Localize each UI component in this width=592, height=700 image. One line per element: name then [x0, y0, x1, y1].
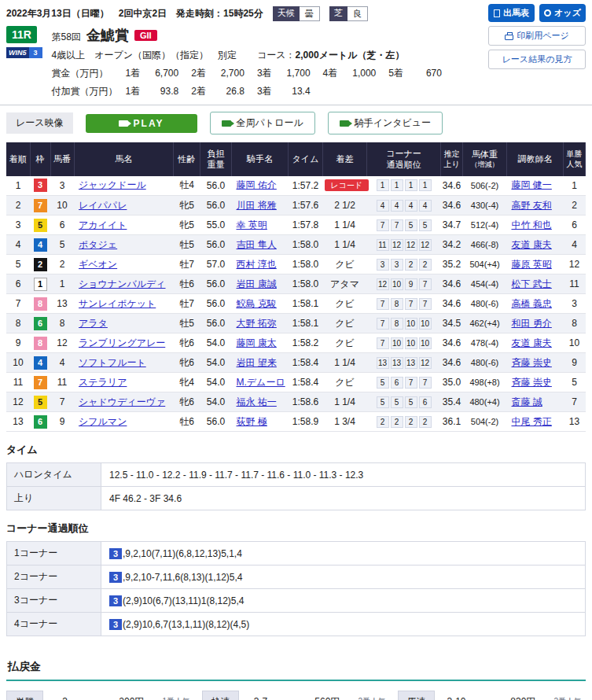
- win-favorite-rank: 8: [564, 314, 586, 333]
- last-3f-time: 34.6: [441, 176, 463, 196]
- trainer-link[interactable]: 友道 康夫: [512, 239, 552, 250]
- margin-cell: クビ: [323, 373, 367, 392]
- horse-name-link[interactable]: ポタジェ: [79, 239, 117, 250]
- horse-name-link[interactable]: ショウナンバルディ: [79, 278, 166, 289]
- jockey-cell: 藤岡 康太: [232, 333, 289, 353]
- frame-cell: 2: [30, 255, 50, 274]
- jockey-interview-button[interactable]: 騎手インタビュー: [328, 112, 443, 134]
- finish-position: 4: [6, 235, 30, 255]
- trainer-link[interactable]: 藤原 英昭: [512, 259, 552, 270]
- video-camera-icon: [340, 120, 349, 127]
- horse-name-link[interactable]: ステラリア: [79, 377, 127, 388]
- result-row: 7 8 13 サンレイポケット 牡7 56.0 鮫島 克駿 1:58.1 クビ …: [6, 294, 586, 314]
- corner-positions: 13131312: [367, 353, 441, 373]
- prize-money-list: 1着6,7002着2,7003着1,7004着1,0005着670: [126, 67, 454, 80]
- jockey-link[interactable]: 吉田 隼人: [237, 239, 277, 250]
- trainer-link[interactable]: 和田 勇介: [512, 318, 552, 329]
- horse-number: 1: [50, 274, 74, 294]
- corner-2-position: 8: [391, 298, 403, 310]
- trainer-link[interactable]: 藤岡 健一: [512, 179, 552, 190]
- entries-button[interactable]: 出馬表: [488, 4, 535, 22]
- horse-name-link[interactable]: シャドウディーヴァ: [79, 396, 165, 407]
- col-trainer: 調教師名: [507, 142, 564, 176]
- horse-name-link[interactable]: ランブリングアレー: [79, 337, 165, 348]
- bonus-amount: 26.8: [211, 86, 245, 97]
- jockey-link[interactable]: 川田 将雅: [237, 200, 277, 211]
- corner-row-label: 4コーナー: [7, 613, 101, 636]
- jockey-link[interactable]: 藤岡 康太: [237, 337, 277, 348]
- last-3f-time: 35.4: [441, 392, 463, 412]
- horse-name-cell: アカイイト: [74, 216, 174, 235]
- result-row: 13 6 9 シフルマン 牡6 56.0 荻野 極 1:58.9 1 3/4 2…: [6, 412, 586, 432]
- trainer-cell: 中竹 和也: [507, 216, 564, 235]
- jockey-link[interactable]: 福永 祐一: [237, 396, 277, 407]
- odds-button[interactable]: オッズ: [539, 4, 586, 22]
- sex-age: 牡5: [174, 314, 200, 333]
- corner-2-position: 12: [391, 239, 403, 251]
- win-favorite-rank: 11: [564, 274, 586, 294]
- bracket-popularity: 2番人気: [344, 691, 390, 700]
- print-button[interactable]: 印刷用ページ: [488, 26, 586, 46]
- frame-cell: 6: [30, 314, 50, 333]
- body-weight: 506(-2): [463, 176, 507, 196]
- finish-position: 13: [6, 412, 30, 432]
- leader-horse-number: 3: [109, 619, 122, 630]
- jockey-link[interactable]: 岩田 康誠: [237, 278, 277, 289]
- corner-order-row: 2コーナー 3,9,2,10-7,11,6(8,13)(1,12)5,4: [7, 566, 586, 589]
- corner-order-row: 1コーナー 3,9,2,10(7,11)(6,8,12,13)5,1,4: [7, 542, 586, 566]
- horse-name-link[interactable]: レイパパレ: [79, 200, 127, 211]
- corner-3-position: 5: [405, 219, 417, 231]
- carried-weight: 54.0: [200, 373, 232, 392]
- col-carried-weight: 負担重量: [200, 142, 232, 176]
- jockey-link[interactable]: 藤岡 佑介: [237, 179, 277, 190]
- jockey-link[interactable]: 幸 英明: [237, 219, 267, 230]
- margin-value: 1 1/4: [334, 357, 355, 368]
- trainer-link[interactable]: 中竹 和也: [512, 219, 552, 230]
- course-value: 2,000メートル（芝・左）: [296, 50, 405, 61]
- jockey-link[interactable]: 荻野 極: [237, 416, 267, 427]
- margin-cell: クビ: [323, 333, 367, 353]
- trainer-cell: 斉藤 崇史: [507, 353, 564, 373]
- race-number-badge: 11R: [6, 26, 37, 43]
- trainer-link[interactable]: 中尾 秀正: [512, 416, 552, 427]
- corner-4-position: 10: [419, 337, 432, 349]
- carried-weight: 56.0: [200, 294, 232, 314]
- horse-name-cell: レイパパレ: [74, 196, 174, 216]
- result-guide-button[interactable]: レース結果の見方: [488, 50, 586, 69]
- passing-order: ,9,2,10-7,11,6(8,13)(1,12)5,4: [123, 572, 243, 583]
- last-3f-time: 34.7: [441, 216, 463, 235]
- horse-name-link[interactable]: アカイイト: [79, 219, 127, 230]
- trainer-link[interactable]: 松下 武士: [512, 278, 552, 289]
- trainer-cell: 和田 勇介: [507, 314, 564, 333]
- horse-name-cell: アラタ: [74, 314, 174, 333]
- trainer-cell: 松下 武士: [507, 274, 564, 294]
- horse-number: 8: [50, 314, 74, 333]
- jockey-link[interactable]: 鮫島 克駿: [237, 298, 277, 309]
- horse-name-link[interactable]: アラタ: [79, 318, 108, 329]
- jockey-link[interactable]: 岩田 望来: [237, 357, 277, 368]
- trainer-link[interactable]: 斉藤 崇史: [512, 377, 552, 388]
- horse-name-link[interactable]: ソフトフルート: [79, 357, 146, 368]
- horse-name-link[interactable]: ジャックドール: [79, 179, 146, 190]
- race-video-label: レース映像: [6, 112, 73, 134]
- horse-name-link[interactable]: サンレイポケット: [79, 298, 156, 309]
- jockey-link[interactable]: 西村 淳也: [237, 259, 277, 270]
- sex-age: 牝4: [174, 373, 200, 392]
- jockey-link[interactable]: M.デムーロ: [237, 377, 285, 388]
- horse-name-link[interactable]: ギベオン: [79, 259, 117, 270]
- horse-name-link[interactable]: シフルマン: [79, 416, 127, 427]
- payout-table-exotics: 馬連 3-10 830円 2番人気 馬単 3-10 1,170円 3番人気 3連…: [398, 691, 586, 700]
- body-weight: 504(+4): [463, 255, 507, 274]
- trainer-link[interactable]: 斉藤 崇史: [512, 357, 552, 368]
- margin-cell: クビ: [323, 255, 367, 274]
- patrol-video-button[interactable]: 全周パトロール: [210, 112, 315, 134]
- margin-value: レコード: [325, 179, 370, 191]
- play-button[interactable]: PLAY: [86, 114, 197, 133]
- trainer-link[interactable]: 高野 友和: [512, 200, 552, 211]
- margin-value: クビ: [335, 298, 355, 309]
- race-title-block: 第58回 金鯱賞 GII 4歳以上 オープン（国際）（指定） 別定 コース：2,…: [52, 26, 454, 98]
- trainer-link[interactable]: 斎藤 誠: [512, 396, 542, 407]
- trainer-link[interactable]: 友道 康夫: [512, 337, 552, 348]
- trainer-link[interactable]: 高橋 義忠: [512, 298, 552, 309]
- jockey-link[interactable]: 大野 拓弥: [237, 318, 277, 329]
